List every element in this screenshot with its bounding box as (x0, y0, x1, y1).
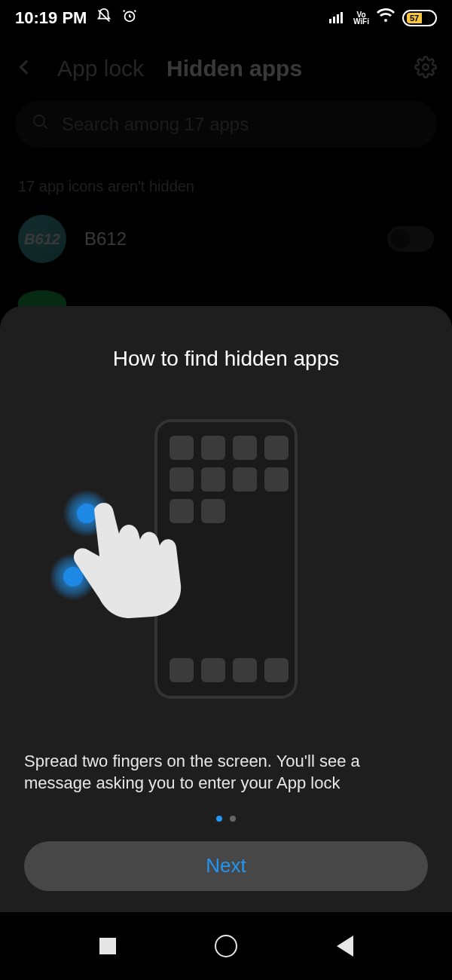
svg-point-6 (34, 115, 44, 126)
svg-rect-4 (341, 12, 343, 23)
back-icon[interactable] (15, 57, 35, 80)
tab-app-lock[interactable]: App lock (57, 56, 144, 81)
system-nav-bar (0, 912, 452, 980)
recents-button[interactable] (99, 938, 116, 954)
dnd-icon (96, 8, 112, 29)
search-placeholder: Search among 17 apps (62, 114, 249, 135)
tab-hidden-apps[interactable]: Hidden apps (166, 56, 302, 81)
app-name: B612 (84, 228, 369, 250)
svg-point-5 (423, 64, 429, 70)
next-button[interactable]: Next (24, 841, 428, 891)
battery-icon: 57 (402, 10, 437, 26)
section-label: 17 app icons aren't hidden (0, 158, 452, 209)
search-icon (32, 113, 50, 136)
page-dot-1 (216, 816, 222, 822)
svg-rect-1 (329, 19, 331, 23)
gesture-hand-icon (45, 495, 241, 675)
battery-level: 57 (407, 13, 422, 23)
wifi-icon (377, 8, 395, 28)
app-icon-b612: B612 (18, 215, 66, 263)
svg-rect-3 (337, 14, 339, 23)
status-bar: 10:19 PM Vo WiFi 57 (0, 0, 452, 33)
alarm-icon (121, 8, 138, 29)
gear-icon[interactable] (414, 56, 437, 81)
svg-rect-2 (333, 17, 335, 23)
tutorial-sheet: How to find hidden apps Spread two finge… (0, 306, 452, 912)
signal-icon (329, 8, 346, 28)
search-input[interactable]: Search among 17 apps (15, 101, 437, 148)
tutorial-description: Spread two fingers on the screen. You'll… (24, 750, 428, 795)
hide-toggle[interactable] (387, 226, 434, 252)
status-time: 10:19 PM (15, 8, 87, 28)
page-indicator (216, 816, 236, 822)
page-dot-2 (230, 816, 236, 822)
vowifi-icon: Vo WiFi (353, 11, 369, 25)
home-button[interactable] (215, 935, 237, 957)
back-button[interactable] (337, 936, 353, 957)
tutorial-title: How to find hidden apps (113, 347, 339, 371)
app-row-b612[interactable]: B612 B612 (0, 209, 452, 269)
